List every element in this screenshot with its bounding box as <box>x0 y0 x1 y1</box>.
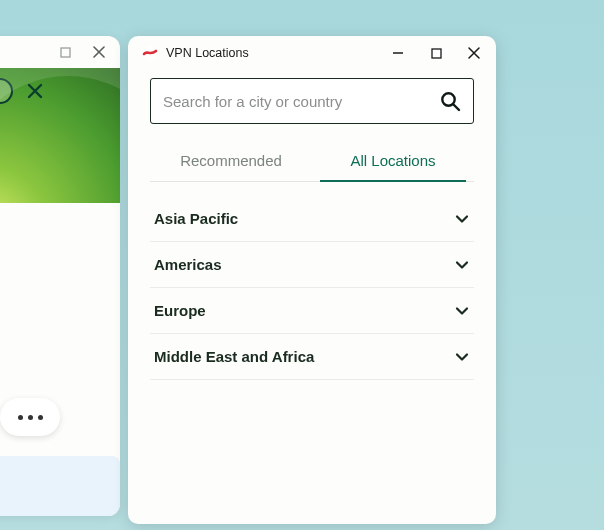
region-list: Asia Pacific Americas Europe Middle East… <box>150 196 474 380</box>
background-hero: s New <box>0 68 120 203</box>
tab-all-locations[interactable]: All Locations <box>312 142 474 181</box>
bg-maximize-button[interactable] <box>58 45 73 60</box>
search-icon[interactable] <box>439 90 461 112</box>
chevron-down-icon <box>454 211 470 227</box>
tabs: Recommended All Locations <box>150 142 474 182</box>
region-label: Middle East and Africa <box>154 348 314 365</box>
titlebar: VPN Locations <box>128 36 496 70</box>
bg-close-button[interactable] <box>91 45 106 60</box>
chevron-down-icon <box>454 349 470 365</box>
svg-line-5 <box>454 105 460 111</box>
region-label: Asia Pacific <box>154 210 238 227</box>
svg-rect-3 <box>432 49 441 58</box>
region-label: Europe <box>154 302 206 319</box>
background-window: s New ly. <box>0 36 120 516</box>
app-icon <box>142 45 158 61</box>
svg-rect-0 <box>61 48 70 57</box>
region-row-middle-east-africa[interactable]: Middle East and Africa <box>150 334 474 380</box>
region-row-asia-pacific[interactable]: Asia Pacific <box>150 196 474 242</box>
tab-recommended[interactable]: Recommended <box>150 142 312 181</box>
minimize-button[interactable] <box>390 45 406 61</box>
whats-new-pill[interactable]: s New <box>0 78 13 104</box>
window-title: VPN Locations <box>166 46 249 60</box>
tab-label: All Locations <box>350 152 435 169</box>
dismiss-icon[interactable] <box>23 79 47 103</box>
region-row-europe[interactable]: Europe <box>150 288 474 334</box>
region-row-americas[interactable]: Americas <box>150 242 474 288</box>
chevron-down-icon <box>454 303 470 319</box>
maximize-button[interactable] <box>428 45 444 61</box>
more-button[interactable] <box>0 398 60 436</box>
close-button[interactable] <box>466 45 482 61</box>
tab-label: Recommended <box>180 152 282 169</box>
search-input[interactable] <box>163 93 439 110</box>
region-label: Americas <box>154 256 222 273</box>
vpn-locations-window: VPN Locations Rec <box>128 36 496 524</box>
background-info-card: ly. <box>0 456 120 516</box>
search-box[interactable] <box>150 78 474 124</box>
chevron-down-icon <box>454 257 470 273</box>
background-titlebar <box>0 36 120 68</box>
